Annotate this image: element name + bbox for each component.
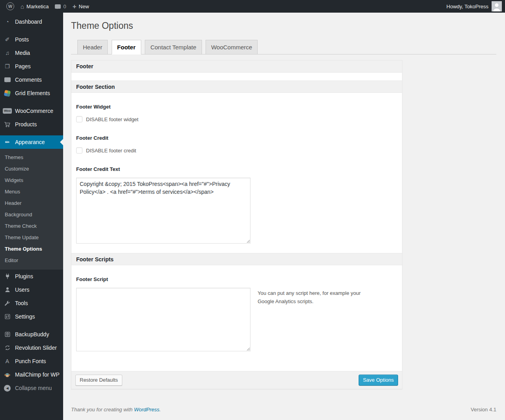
comments-shortcut[interactable]: 0 bbox=[52, 0, 69, 13]
sidebar-item-label: Tools bbox=[15, 300, 28, 306]
pages-icon: ❐ bbox=[3, 63, 11, 69]
collapse-menu-button[interactable]: ◀ Collapse menu bbox=[0, 381, 63, 395]
submenu-item-widgets[interactable]: Widgets bbox=[0, 174, 63, 186]
panel-spacer bbox=[71, 73, 402, 81]
submenu-item-header[interactable]: Header bbox=[0, 197, 63, 209]
footer-script-help: You can put any script here, for example… bbox=[258, 289, 376, 305]
tab-woocommerce[interactable]: WooCommerce bbox=[206, 40, 258, 54]
submenu-item-editor[interactable]: Editor bbox=[0, 255, 63, 266]
sidebar-item-users[interactable]: Users bbox=[0, 283, 63, 296]
thanks-suffix: . bbox=[159, 407, 161, 412]
grid-elements-icon bbox=[3, 90, 11, 96]
submenu-item-themes[interactable]: Themes bbox=[0, 152, 63, 163]
sidebar-item-dashboard[interactable]: ◔ Dashboard bbox=[0, 15, 63, 28]
tab-contact-template[interactable]: Contact Template bbox=[145, 40, 202, 54]
site-link[interactable]: ⌂ Marketica bbox=[17, 0, 52, 13]
disable-footer-credit-label[interactable]: DISABLE footer credit bbox=[86, 148, 136, 154]
sidebar-item-label: BackupBuddy bbox=[15, 331, 49, 338]
wordpress-link[interactable]: WordPress bbox=[134, 407, 159, 412]
footer-credit-text-input[interactable]: Copyright &copy; 2015 TokoPress<span><a … bbox=[76, 178, 251, 244]
sidebar-item-settings[interactable]: Settings bbox=[0, 310, 63, 323]
backup-icon bbox=[3, 331, 11, 338]
media-icon: ♫ bbox=[3, 50, 11, 56]
footer-scripts-header: Footer Scripts bbox=[71, 253, 402, 265]
plugin-icon bbox=[3, 273, 11, 279]
home-icon: ⌂ bbox=[21, 4, 24, 9]
sidebar-item-posts[interactable]: ✐ Posts bbox=[0, 33, 63, 46]
sidebar-item-tools[interactable]: Tools bbox=[0, 296, 63, 310]
collapse-menu-label: Collapse menu bbox=[15, 385, 52, 391]
sidebar-item-label: Appearance bbox=[15, 139, 45, 145]
cart-icon bbox=[3, 121, 11, 128]
submenu-item-background[interactable]: Background bbox=[0, 209, 63, 220]
menu-separator bbox=[0, 323, 63, 328]
footer-credit-text-label: Footer Credit Text bbox=[76, 166, 397, 172]
font-icon: A bbox=[3, 358, 11, 364]
menu-separator bbox=[0, 100, 63, 104]
page-title: Theme Options bbox=[71, 17, 496, 34]
save-options-button[interactable]: Save Options bbox=[359, 375, 398, 386]
settings-icon bbox=[3, 313, 11, 320]
disable-footer-widget-checkbox[interactable] bbox=[76, 116, 82, 122]
restore-defaults-button[interactable]: Restore Defaults bbox=[75, 375, 122, 386]
sidebar-item-label: Revolution Slider bbox=[15, 345, 57, 351]
users-icon bbox=[3, 287, 11, 293]
sidebar-item-plugins[interactable]: Plugins bbox=[0, 270, 63, 283]
sidebar-item-comments[interactable]: Comments bbox=[0, 73, 63, 86]
footer-credit-row: DISABLE footer credit bbox=[76, 147, 397, 154]
disable-footer-credit-checkbox[interactable] bbox=[76, 147, 82, 154]
sidebar-item-label: Plugins bbox=[15, 273, 33, 279]
submenu-item-menus[interactable]: Menus bbox=[0, 186, 63, 197]
sidebar-item-label: WooCommerce bbox=[15, 108, 53, 114]
howdy-account-link[interactable]: Howdy, TokoPress bbox=[447, 4, 488, 9]
footer-credit-label: Footer Credit bbox=[76, 135, 397, 141]
dashboard-icon: ◔ bbox=[3, 19, 11, 25]
sidebar-item-pages[interactable]: ❐ Pages bbox=[0, 60, 63, 73]
brush-icon: ✏ bbox=[3, 139, 11, 145]
sidebar-item-label: Media bbox=[15, 50, 30, 56]
submenu-item-theme-check[interactable]: Theme Check bbox=[0, 220, 63, 232]
sidebar-item-label: Comments bbox=[15, 77, 42, 83]
footer-script-input[interactable] bbox=[76, 288, 251, 351]
page-footer: Thank you for creating with WordPress. V… bbox=[71, 407, 496, 419]
panel-title-bar: Footer bbox=[71, 60, 402, 73]
wrench-icon bbox=[3, 300, 11, 306]
sidebar-item-media[interactable]: ♫ Media bbox=[0, 46, 63, 60]
wordpress-menu-button[interactable]: W bbox=[3, 0, 17, 13]
footer-thanks-text: Thank you for creating with WordPress. bbox=[71, 407, 161, 412]
sidebar-item-revolution-slider[interactable]: Revolution Slider bbox=[0, 341, 63, 354]
sidebar-item-label: Users bbox=[15, 287, 30, 293]
sidebar-item-label: Posts bbox=[15, 36, 29, 43]
admin-bar: W ⌂ Marketica 0 + New Howdy, TokoPress bbox=[0, 0, 505, 13]
sidebar-item-appearance[interactable]: ✏ Appearance bbox=[0, 135, 63, 149]
comments-icon bbox=[55, 4, 61, 9]
submenu-item-theme-update[interactable]: Theme Update bbox=[0, 232, 63, 243]
comments-icon bbox=[3, 77, 11, 82]
new-content-button[interactable]: + New bbox=[69, 0, 92, 13]
comment-count: 0 bbox=[63, 4, 66, 9]
footer-script-row: You can put any script here, for example… bbox=[76, 282, 397, 351]
avatar[interactable] bbox=[492, 1, 502, 11]
mailchimp-icon bbox=[3, 371, 11, 378]
sidebar-item-backupbuddy[interactable]: BackupBuddy bbox=[0, 328, 63, 341]
tab-footer[interactable]: Footer bbox=[112, 40, 141, 55]
footer-script-label: Footer Script bbox=[76, 276, 397, 282]
sidebar-item-label: Punch Fonts bbox=[15, 358, 46, 364]
disable-footer-widget-label[interactable]: DISABLE footer widget bbox=[86, 116, 138, 122]
sidebar-item-mailchimp[interactable]: MailChimp for WP bbox=[0, 368, 63, 381]
thanks-prefix: Thank you for creating with bbox=[71, 407, 134, 412]
footer-section-fields: Footer Widget DISABLE footer widget Foot… bbox=[71, 104, 402, 244]
sidebar-item-punch-fonts[interactable]: A Punch Fonts bbox=[0, 354, 63, 368]
menu-separator bbox=[0, 28, 63, 33]
menu-separator bbox=[0, 131, 63, 135]
sidebar-item-products[interactable]: Products bbox=[0, 118, 63, 131]
sidebar-item-grid-elements[interactable]: Grid Elements bbox=[0, 86, 63, 100]
submenu-item-theme-options[interactable]: Theme Options bbox=[0, 243, 63, 255]
version-text: Version 4.1 bbox=[471, 407, 496, 412]
sidebar-item-label: Settings bbox=[15, 313, 35, 320]
submenu-item-customize[interactable]: Customize bbox=[0, 163, 63, 174]
tab-header[interactable]: Header bbox=[77, 40, 108, 54]
admin-bar-left: W ⌂ Marketica 0 + New bbox=[0, 0, 92, 13]
footer-section-header: Footer Section bbox=[71, 81, 402, 93]
sidebar-item-woocommerce[interactable]: Woo WooCommerce bbox=[0, 104, 63, 118]
